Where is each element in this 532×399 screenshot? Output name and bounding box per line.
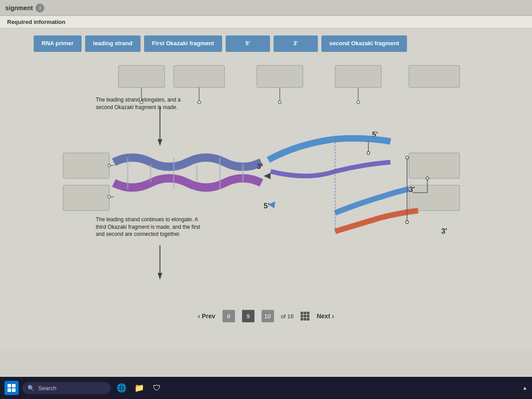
svg-point-38 <box>406 156 408 159</box>
svg-rect-48 <box>12 384 16 387</box>
svg-text:5': 5' <box>264 202 270 210</box>
prev-chevron: ‹ <box>198 313 200 320</box>
btn-five-prime[interactable]: 5' <box>226 35 270 52</box>
svg-marker-18 <box>158 139 162 146</box>
svg-rect-8 <box>409 185 459 211</box>
taskbar-search-bar[interactable]: 🔍 Search <box>22 382 111 394</box>
required-info-bar: Required information <box>0 16 532 28</box>
search-icon: 🔍 <box>27 385 35 391</box>
taskbar-browser-icon[interactable]: 🌐 <box>114 381 129 395</box>
page-title: signment <box>5 4 33 12</box>
svg-point-16 <box>357 101 360 103</box>
taskbar-time: ▲ <box>522 385 528 391</box>
prev-button[interactable]: ‹ Prev <box>198 313 215 320</box>
annotation-2: The leading strand continues to elongate… <box>96 216 202 238</box>
svg-rect-47 <box>8 384 11 387</box>
svg-point-43 <box>108 164 110 167</box>
svg-text:3': 3' <box>257 162 262 171</box>
annotation-1: The leading strand elongates, and a seco… <box>96 96 184 111</box>
info-badge[interactable]: i <box>35 4 44 12</box>
start-button[interactable] <box>4 381 19 395</box>
svg-rect-6 <box>63 185 109 211</box>
taskbar: 🔍 Search 🌐 📁 🛡 ▲ <box>0 377 532 399</box>
svg-rect-5 <box>63 153 109 178</box>
page-10[interactable]: 10 <box>262 310 274 322</box>
svg-marker-26 <box>264 173 271 180</box>
svg-point-45 <box>108 196 110 198</box>
btn-leading-strand[interactable]: leading strand <box>85 35 141 52</box>
page-total: of 16 <box>281 313 294 320</box>
dna-diagram: 3' 5' 5' 3' 3' <box>7 61 525 291</box>
svg-rect-49 <box>8 388 11 392</box>
svg-point-14 <box>278 101 281 103</box>
page-8[interactable]: 8 <box>223 310 235 322</box>
grid-view-icon[interactable] <box>301 312 309 321</box>
page-9[interactable]: 9 <box>242 310 254 322</box>
svg-rect-4 <box>409 65 459 87</box>
top-bar: signment i <box>0 0 532 16</box>
svg-point-39 <box>406 221 408 223</box>
svg-rect-0 <box>118 65 164 87</box>
windows-icon <box>8 384 16 392</box>
svg-rect-50 <box>12 388 16 392</box>
svg-rect-7 <box>409 153 459 178</box>
btn-rna-primer[interactable]: RNA primer <box>34 35 82 52</box>
required-info-label: Required information <box>7 19 65 25</box>
bottom-navigation: ‹ Prev 8 9 10 of 16 Next › <box>0 305 532 327</box>
svg-text:3': 3' <box>441 227 447 235</box>
svg-point-12 <box>198 101 200 103</box>
svg-rect-2 <box>257 65 303 87</box>
svg-rect-3 <box>335 65 381 87</box>
svg-marker-41 <box>158 273 162 280</box>
svg-point-29 <box>367 152 370 154</box>
svg-rect-1 <box>174 65 224 87</box>
label-buttons-row: RNA primer leading strand First Okazaki … <box>7 35 525 52</box>
next-button[interactable]: Next › <box>317 313 334 320</box>
taskbar-right-area: ▲ <box>522 385 528 391</box>
btn-first-okazaki[interactable]: First Okazaki fragment <box>144 35 222 52</box>
taskbar-shield-icon[interactable]: 🛡 <box>150 381 164 395</box>
main-content: RNA primer leading strand First Okazaki … <box>0 28 532 349</box>
next-chevron: › <box>332 313 334 320</box>
btn-three-prime[interactable]: 3' <box>274 35 318 52</box>
svg-point-35 <box>426 177 429 180</box>
btn-second-okazaki[interactable]: second Okazaki fragment <box>321 35 407 52</box>
taskbar-folder-icon[interactable]: 📁 <box>132 381 146 395</box>
diagram-area: 3' 5' 5' 3' 3' <box>7 61 525 291</box>
